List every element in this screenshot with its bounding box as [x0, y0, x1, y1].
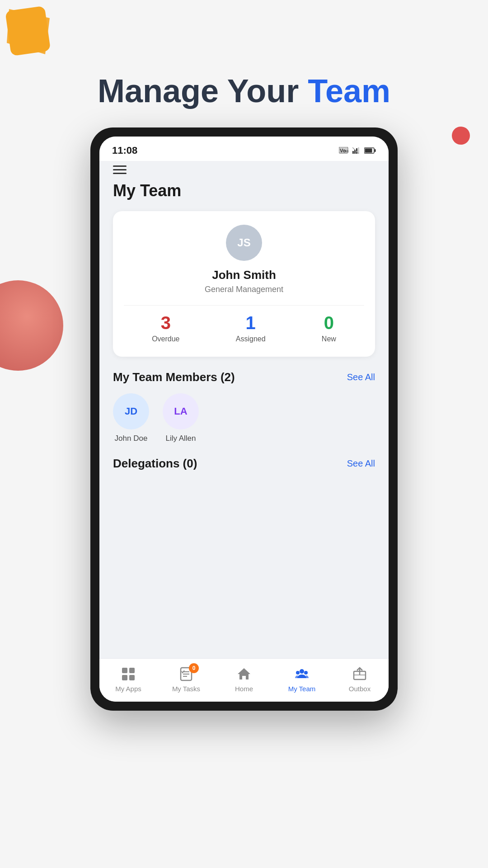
svg-rect-4 — [352, 151, 354, 154]
hamburger-line-1 — [113, 165, 127, 167]
nav-apps-label: My Apps — [115, 685, 141, 693]
phone-screen: 11:08 Vo Wi — [99, 137, 389, 702]
member-name-la: Lily Allen — [163, 434, 199, 443]
overdue-label: Overdue — [152, 335, 179, 343]
svg-rect-10 — [375, 149, 376, 152]
apps-icon — [120, 666, 136, 682]
member-john-doe[interactable]: JD John Doe — [113, 393, 149, 443]
battery-icon — [364, 147, 376, 154]
bottom-nav: My Apps 0 My Tasks — [99, 658, 389, 702]
member-lily-allen[interactable]: LA Lily Allen — [163, 393, 199, 443]
stat-overdue[interactable]: 3 Overdue — [152, 313, 179, 343]
nav-home-icon-wrap — [236, 666, 252, 682]
page-title: Manage Your Team — [27, 72, 461, 109]
new-label: New — [322, 335, 336, 343]
member-name-jd: John Doe — [113, 434, 149, 443]
member-avatar-la: LA — [163, 393, 199, 429]
overdue-count: 3 — [152, 313, 179, 333]
nav-tasks-icon-wrap: 0 — [178, 666, 194, 682]
phone-frame: 11:08 Vo Wi — [90, 127, 398, 711]
phone-wrapper: 11:08 Vo Wi — [0, 127, 488, 711]
profile-card: JS John Smith General Management 3 Overd… — [113, 211, 375, 357]
user-role: General Management — [124, 285, 364, 294]
nav-my-apps[interactable]: My Apps — [110, 666, 146, 693]
home-icon — [236, 666, 252, 682]
app-content: My Team JS John Smith General Management… — [99, 161, 389, 658]
nav-outbox[interactable]: Outbox — [342, 666, 378, 693]
svg-rect-14 — [122, 675, 127, 680]
new-count: 0 — [322, 313, 336, 333]
status-time: 11:08 — [112, 145, 137, 156]
hamburger-line-3 — [113, 173, 127, 174]
team-members-header: My Team Members (2) See All — [113, 370, 375, 384]
assigned-count: 1 — [236, 313, 266, 333]
team-icon — [294, 666, 310, 682]
hamburger-line-2 — [113, 169, 127, 170]
team-members-title: My Team Members (2) — [113, 370, 235, 384]
nav-outbox-icon-wrap — [352, 666, 368, 682]
nav-team-label: My Team — [288, 685, 316, 693]
svg-point-21 — [296, 671, 300, 675]
status-bar: 11:08 Vo Wi — [99, 137, 389, 161]
user-name: John Smith — [124, 268, 364, 282]
hamburger-menu[interactable] — [113, 165, 127, 174]
nav-my-tasks[interactable]: 0 My Tasks — [168, 666, 204, 693]
svg-rect-13 — [129, 668, 135, 673]
user-avatar: JS — [226, 225, 262, 261]
delegations-title: Delegations (0) — [113, 457, 197, 471]
assigned-label: Assigned — [236, 335, 266, 343]
nav-team-icon-wrap — [294, 666, 310, 682]
page-header: Manage Your Team — [0, 0, 488, 127]
svg-rect-11 — [365, 149, 372, 153]
team-members-see-all[interactable]: See All — [347, 372, 375, 382]
nav-my-team[interactable]: My Team — [284, 666, 320, 693]
screen-title: My Team — [113, 181, 375, 200]
outbox-icon — [352, 666, 368, 682]
status-icons: Vo Wi — [339, 147, 376, 154]
svg-point-22 — [304, 671, 308, 675]
team-members-row: JD John Doe LA Lily Allen — [113, 393, 375, 443]
delegations-see-all[interactable]: See All — [347, 458, 375, 469]
signal-icon — [352, 147, 361, 154]
delegations-header: Delegations (0) See All — [113, 457, 375, 471]
stat-assigned[interactable]: 1 Assigned — [236, 313, 266, 343]
svg-rect-15 — [129, 675, 135, 680]
nav-outbox-label: Outbox — [349, 685, 371, 693]
stats-row: 3 Overdue 1 Assigned 0 New — [124, 305, 364, 343]
wifi-icon: Vo Wi — [339, 147, 349, 154]
stat-new[interactable]: 0 New — [322, 313, 336, 343]
svg-rect-12 — [122, 668, 127, 673]
member-avatar-jd: JD — [113, 393, 149, 429]
delegations-section: Delegations (0) See All — [113, 457, 375, 471]
nav-home[interactable]: Home — [226, 666, 262, 693]
nav-home-label: Home — [235, 685, 253, 693]
nav-tasks-label: My Tasks — [172, 685, 200, 693]
svg-text:Wi: Wi — [344, 149, 349, 153]
svg-point-20 — [300, 669, 304, 674]
tasks-badge: 0 — [189, 663, 199, 673]
nav-apps-icon-wrap — [120, 666, 136, 682]
